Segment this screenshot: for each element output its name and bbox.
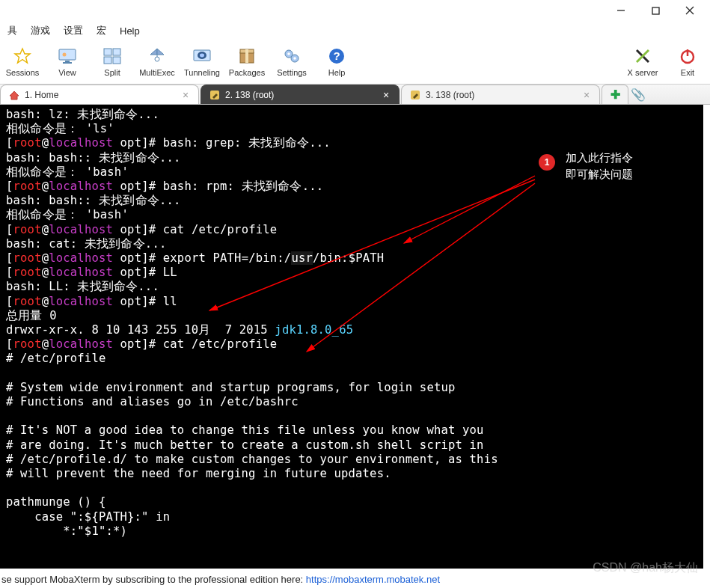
svg-point-17 [200, 54, 204, 58]
wrench-icon [209, 89, 221, 101]
toolbar-label: Packages [229, 68, 265, 77]
terminal-line: 相似命令是： 'bash' [6, 208, 129, 221]
home-icon [8, 89, 20, 101]
toolbar-label: View [58, 68, 76, 77]
menu-item[interactable]: 宏 [91, 22, 112, 39]
svg-rect-6 [65, 61, 70, 62]
gear-icon [281, 46, 302, 67]
menu-item[interactable]: 设置 [58, 22, 89, 39]
xserver-button[interactable]: X server [620, 40, 665, 82]
svg-point-8 [63, 53, 67, 57]
svg-rect-12 [113, 57, 120, 64]
power-icon [677, 46, 698, 67]
toolbar-label: Tunneling [184, 68, 220, 77]
tab-session-3[interactable]: 3. 138 (root) × [401, 85, 600, 104]
close-icon[interactable]: × [180, 90, 191, 100]
terminal-line: # will prevent the need for merging in f… [6, 467, 391, 480]
terminal-line: # /etc/profile.d/ to make custom changes… [6, 453, 498, 466]
terminal-line: [root@localhost opt]# ll [6, 295, 177, 308]
svg-rect-9 [104, 49, 111, 55]
terminal-line: [root@localhost opt]# export PATH=/bin:/… [6, 251, 384, 265]
maximize-button[interactable] [638, 0, 673, 21]
terminal-line: bash: bash:: 未找到命令... [6, 151, 181, 165]
tab-label: 2. 138 (root) [225, 90, 274, 100]
exit-button[interactable]: Exit [665, 40, 710, 82]
toolbar-label: Split [104, 68, 120, 77]
tab-strip: 1. Home × 2. 138 (root) × 3. 138 (root) … [0, 85, 710, 105]
toolbar-label: Settings [277, 68, 307, 77]
terminal-line: # are doing. It's much better to create … [6, 438, 484, 452]
sessions-button[interactable]: Sessions [0, 40, 45, 82]
split-button[interactable]: Split [90, 40, 135, 82]
terminal-line: # Functions and aliases go in /etc/bashr… [6, 395, 299, 408]
toolbar-label: MultiExec [139, 68, 175, 77]
svg-marker-4 [15, 49, 30, 63]
terminal-line: 总用量 0 [6, 309, 57, 322]
svg-rect-11 [104, 57, 111, 64]
terminal-line: [root@localhost opt]# cat /etc/profile [6, 223, 277, 236]
terminal-line: [root@localhost opt]# bash: grep: 未找到命令.… [6, 136, 331, 150]
menu-item[interactable]: 具 [1, 22, 23, 39]
svg-rect-1 [652, 7, 659, 14]
settings-button[interactable]: Settings [269, 40, 314, 82]
terminal-line: [root@localhost opt]# cat /etc/profile [6, 337, 277, 351]
close-window-button[interactable] [673, 0, 707, 21]
split-icon [102, 46, 123, 67]
tab-home[interactable]: 1. Home × [0, 85, 199, 104]
terminal-line: bash: bash:: 未找到命令... [6, 194, 181, 207]
view-button[interactable]: View [45, 40, 90, 82]
new-tab-button[interactable]: ✚ [602, 85, 628, 104]
multiexec-icon [147, 46, 168, 67]
menu-item[interactable]: Help [114, 24, 146, 38]
window-titlebar [0, 0, 710, 22]
star-icon [12, 46, 33, 67]
terminal-line: [root@localhost opt]# bash: rpm: 未找到命令..… [6, 180, 323, 193]
terminal-line: # System wide environment and startup pr… [6, 381, 456, 394]
package-icon [236, 46, 257, 67]
wrench-icon [409, 89, 421, 101]
terminal-line: drwxr-xr-x. 8 10 143 255 10月 7 2015 jdk1… [6, 323, 353, 337]
help-icon: ? [326, 46, 347, 67]
toolbar-label: Exit [681, 68, 694, 77]
svg-point-22 [287, 52, 290, 55]
svg-point-24 [293, 57, 296, 60]
close-icon[interactable]: × [581, 90, 592, 100]
svg-rect-5 [59, 49, 76, 60]
footer-link[interactable]: https://mobaxterm.mobatek.net [306, 574, 440, 585]
svg-text:?: ? [333, 49, 340, 62]
terminal-line: bash: LL: 未找到命令... [6, 280, 159, 293]
svg-rect-7 [63, 62, 72, 64]
paperclip-icon[interactable]: 📎 [630, 85, 646, 104]
tunneling-button[interactable]: Tunneling [180, 40, 224, 82]
footer-text: se support MobaXterm by subscribing to t… [1, 574, 306, 585]
monitor-icon [57, 46, 78, 67]
terminal[interactable]: bash: lz: 未找到命令... 相似命令是： 'ls' [root@loc… [0, 105, 703, 569]
packages-button[interactable]: Packages [224, 40, 269, 82]
minimize-button[interactable] [604, 0, 638, 21]
close-icon[interactable]: × [381, 90, 391, 100]
tab-session-active[interactable]: 2. 138 (root) × [201, 85, 400, 104]
tab-label: 1. Home [25, 90, 58, 100]
terminal-line: case ":${PATH}:" in [6, 510, 170, 524]
tunnel-icon [192, 46, 212, 67]
footer: se support MobaXterm by subscribing to t… [0, 574, 710, 585]
toolbar: Sessions View Split MultiExec Tunneling [0, 39, 710, 85]
menu-item[interactable]: 游戏 [25, 22, 56, 39]
terminal-line: *:"$1":*) [6, 524, 127, 538]
toolbar-label: X server [628, 68, 658, 77]
terminal-line: # /etc/profile [6, 352, 105, 365]
terminal-line: 相似命令是： 'bash' [6, 165, 129, 179]
terminal-line: # It's NOT a good idea to change this fi… [6, 423, 484, 437]
terminal-line: bash: cat: 未找到命令... [6, 237, 166, 251]
terminal-line: 相似命令是： 'ls' [6, 122, 114, 135]
menu-bar: 具 游戏 设置 宏 Help [0, 22, 710, 39]
tab-label: 3. 138 (root) [426, 90, 474, 100]
terminal-wrap: bash: lz: 未找到命令... 相似命令是： 'ls' [root@loc… [0, 105, 703, 569]
svg-rect-10 [113, 49, 120, 55]
terminal-line: bash: lz: 未找到命令... [6, 108, 159, 121]
help-button[interactable]: ? Help [314, 40, 359, 82]
toolbar-label: Sessions [6, 68, 40, 77]
multiexec-button[interactable]: MultiExec [135, 40, 180, 82]
terminal-line: [root@localhost opt]# LL [6, 266, 177, 279]
toolbar-label: Help [328, 68, 346, 77]
